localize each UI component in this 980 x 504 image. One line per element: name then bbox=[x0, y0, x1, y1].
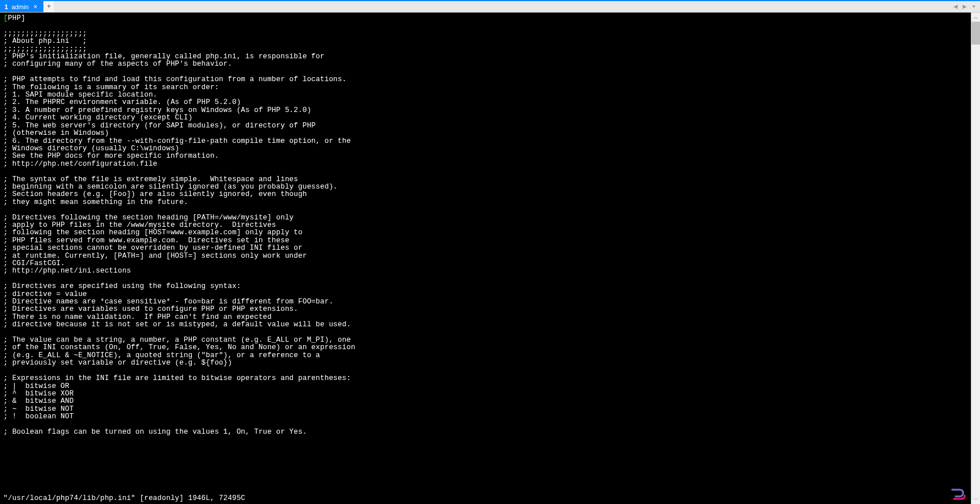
plus-icon: + bbox=[47, 3, 51, 11]
tab-number: 1 bbox=[5, 3, 8, 10]
tab-active[interactable]: 1 admin × bbox=[0, 1, 43, 12]
ini-section-header: PHP] bbox=[8, 14, 26, 22]
tab-bar: 1 admin × + ◀ ▶ ▾ bbox=[0, 1, 980, 13]
file-content: ;;;;;;;;;;;;;;;;;;; ; About php.ini ; ;;… bbox=[3, 30, 355, 436]
terminal-viewport[interactable]: [PHP] ;;;;;;;;;;;;;;;;;;; ; About php.in… bbox=[0, 13, 971, 504]
vim-status-line: "/usr/local/php74/lib/php.ini" [readonly… bbox=[3, 495, 246, 502]
nav-right-icon[interactable]: ▶ bbox=[961, 3, 969, 11]
close-icon[interactable]: × bbox=[32, 3, 39, 10]
editor-cursor: [ bbox=[3, 14, 8, 22]
chevron-down-icon: ﹀ bbox=[973, 496, 978, 503]
scroll-thumb[interactable] bbox=[971, 22, 980, 45]
nav-left-icon[interactable]: ◀ bbox=[951, 3, 959, 11]
tab-nav-controls: ◀ ▶ ▾ bbox=[951, 1, 980, 12]
nav-dropdown-icon[interactable]: ▾ bbox=[970, 3, 978, 11]
new-tab-button[interactable]: + bbox=[43, 1, 55, 12]
tab-title: admin bbox=[11, 3, 29, 10]
scroll-down-button[interactable]: ﹀ bbox=[971, 495, 980, 504]
chevron-up-icon: ︿ bbox=[973, 14, 978, 21]
scroll-up-button[interactable]: ︿ bbox=[971, 13, 980, 22]
vertical-scrollbar[interactable]: ︿ ﹀ bbox=[971, 13, 980, 504]
